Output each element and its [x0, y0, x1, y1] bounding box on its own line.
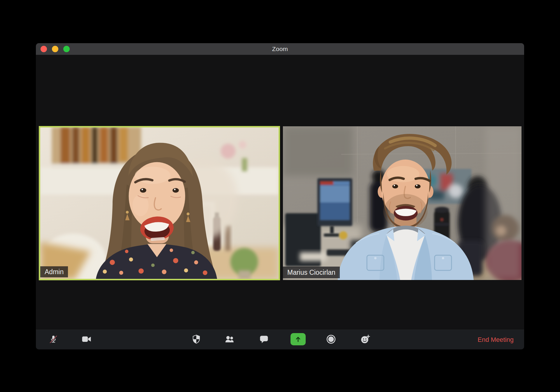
video-stage: Admin: [36, 55, 524, 330]
end-meeting-button[interactable]: End Meeting: [477, 330, 514, 349]
admin-video-feed: [40, 127, 279, 279]
reactions-button[interactable]: [358, 332, 372, 346]
smiley-plus-icon: [360, 334, 370, 344]
participants-icon: [225, 335, 235, 343]
video-button[interactable]: [80, 332, 94, 346]
participant-name-label: Admin: [40, 266, 68, 277]
title-bar: Zoom: [36, 43, 524, 55]
security-button[interactable]: [189, 332, 203, 346]
record-circle-icon: [326, 334, 336, 344]
marius-video-feed: [283, 126, 522, 280]
video-tile-marius[interactable]: Marius Ciocirlan: [283, 126, 522, 280]
video-tile-admin[interactable]: Admin: [39, 126, 280, 280]
record-button[interactable]: [324, 332, 338, 346]
close-button[interactable]: [41, 46, 47, 52]
meeting-toolbar: End Meeting: [36, 330, 524, 349]
microphone-muted-icon: [48, 334, 58, 344]
chat-bubble-icon: [260, 335, 268, 343]
minimize-button[interactable]: [52, 46, 58, 52]
traffic-lights: [41, 46, 70, 52]
zoom-window: Zoom: [36, 43, 524, 349]
mute-button[interactable]: [46, 332, 60, 346]
participant-name-label: Marius Ciocirlan: [283, 267, 340, 278]
share-screen-up-arrow-icon: [294, 335, 302, 343]
security-shield-icon: [192, 335, 201, 344]
share-screen-button[interactable]: [290, 333, 306, 345]
video-camera-icon: [82, 335, 92, 343]
window-title: Zoom: [272, 46, 288, 52]
chat-button[interactable]: [257, 332, 271, 346]
fullscreen-button[interactable]: [63, 46, 70, 52]
participants-button[interactable]: [223, 332, 237, 346]
